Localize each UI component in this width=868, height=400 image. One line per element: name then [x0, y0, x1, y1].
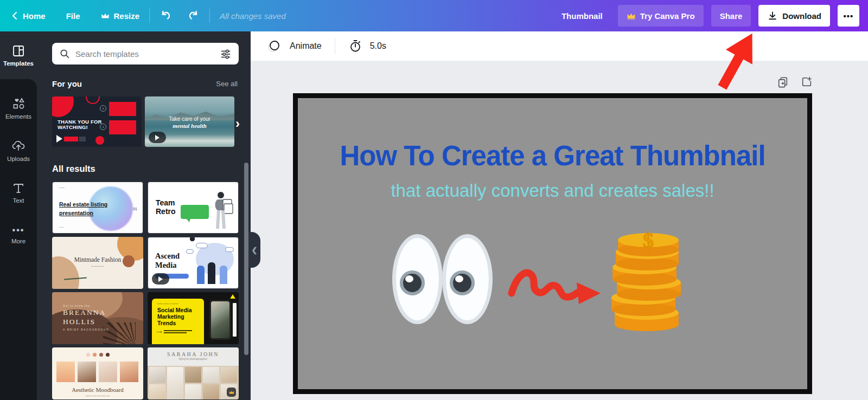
- more-dots-icon: •••: [12, 225, 25, 235]
- person-illustration: [207, 190, 235, 234]
- sidebar-label-elements: Elements: [5, 113, 31, 120]
- sidebar-item-more[interactable]: ••• More: [0, 214, 37, 256]
- panel-scrollbar[interactable]: [244, 163, 248, 355]
- panel-collapse-tab[interactable]: ❮: [248, 232, 260, 268]
- for-you-title: For you: [52, 79, 82, 88]
- decor-dot: [95, 136, 104, 145]
- speech-bubble: [181, 205, 209, 219]
- topbar-divider: [149, 9, 150, 23]
- search-input[interactable]: [75, 49, 214, 59]
- redo-button[interactable]: [187, 9, 200, 22]
- template-thumb-thank-you[interactable]: › › THANK YOU FOR WATCHING!: [52, 96, 142, 147]
- header-band: SARAHA JOHN lifestyle photographer: [148, 347, 239, 366]
- animate-icon: [267, 39, 282, 53]
- sidebar-item-elements[interactable]: Elements: [0, 87, 37, 129]
- template-title: Social Media Marketing Trends: [157, 307, 192, 326]
- search-icon: [59, 48, 70, 59]
- document-title[interactable]: Thumbnail: [561, 11, 603, 21]
- template-thumb-mintmade[interactable]: Mintmade Fashion ▪▪▪ ▪▪▪▪ ▪▪▪ ▪▪▪▪: [52, 237, 143, 289]
- template-subtitle: A BRIEF BACKGROUND: [63, 328, 109, 331]
- template-thumb-mental-health[interactable]: Take care of your mental health: [145, 96, 234, 147]
- design-subtitle-text[interactable]: that actually converts and creates sales…: [298, 180, 807, 201]
- page-number: 01: [133, 207, 137, 211]
- file-menu[interactable]: File: [66, 11, 80, 21]
- photo-strip: [56, 362, 139, 382]
- template-thumb-moodboard[interactable]: Aesthetic Moodboard ▪▪▪▪▪▪ ▪▪ ▪▪▪▪ ▪▪▪▪ …: [52, 347, 143, 399]
- download-icon: [767, 10, 778, 21]
- logo-triangle: [230, 294, 235, 299]
- see-all-link[interactable]: See all: [216, 80, 238, 88]
- palm-leaf-graphic: [103, 322, 136, 344]
- home-button[interactable]: Home: [11, 11, 46, 21]
- undo-button[interactable]: [159, 9, 173, 22]
- page-actions: [777, 76, 813, 88]
- chevron-left-icon: [11, 11, 18, 20]
- template-thumb-saraha-john[interactable]: SARAHA JOHN lifestyle photographer: [148, 347, 239, 399]
- filter-icon[interactable]: [220, 48, 232, 60]
- crown-gold-icon: [627, 12, 636, 20]
- template-title-line2: mental health: [145, 122, 234, 129]
- for-you-header: For you See all: [52, 79, 238, 88]
- template-subtitle: lifestyle photographer: [148, 357, 239, 360]
- search-box[interactable]: [52, 43, 239, 64]
- duration-badge: [64, 137, 78, 141]
- template-thumb-real-estate[interactable]: ▪▪▪▪▪▪▪ Real estate listing presentation…: [52, 182, 143, 234]
- palette-dots: [52, 353, 143, 357]
- animate-button[interactable]: Animate: [290, 41, 322, 51]
- template-kicker: Get to know the: [63, 304, 90, 307]
- template-kicker: ▪▪▪▪▪▪ ▪▪▪▪▪▪ ▪▪ ▪▪▪▪▪▪▪: [157, 303, 178, 305]
- save-status: All changes saved: [220, 11, 286, 21]
- play-button: [149, 132, 166, 143]
- duration-button[interactable]: 5.0s: [370, 41, 386, 51]
- template-thumb-social-media[interactable]: ▪▪▪▪▪▪ ▪▪▪▪▪▪ ▪▪ ▪▪▪▪▪▪▪ Social Media Ma…: [148, 292, 239, 344]
- topbar-divider: [209, 9, 210, 23]
- add-page-icon[interactable]: [801, 76, 813, 88]
- template-subtitle: ▪▪▪▪▪▪ ▪▪ ▪▪▪▪ ▪▪▪▪ ▪▪▪▪▪▪▪ ▪▪▪▪: [52, 395, 143, 397]
- template-thumb-team-retro[interactable]: Team Retro: [148, 182, 239, 234]
- pro-crown-badge: [227, 388, 236, 397]
- all-results-header: All results: [52, 164, 238, 174]
- toolbar-divider: [335, 38, 335, 54]
- squiggle-arrow-graphic[interactable]: [507, 259, 604, 308]
- arrow-glyph: ⟶: [156, 330, 162, 334]
- template-title: Team Retro: [156, 198, 176, 216]
- sidebar-label-templates: Templates: [3, 60, 34, 67]
- uploads-icon: [11, 139, 25, 153]
- redo-icon: [187, 9, 200, 22]
- sidebar-item-uploads[interactable]: Uploads: [0, 129, 37, 171]
- download-button[interactable]: Download: [758, 5, 830, 27]
- resize-label: Resize: [114, 11, 140, 21]
- template-thumb-ascend-media[interactable]: Ascend Media: [148, 237, 239, 289]
- carousel-next-chevron[interactable]: ›: [235, 116, 240, 131]
- share-label: Share: [720, 11, 743, 21]
- design-page[interactable]: How To Create a Great Thumbnail that act…: [293, 93, 812, 394]
- sidebar-item-text[interactable]: Text: [0, 171, 37, 214]
- template-thumb-breanna[interactable]: Get to know the BREANNA HOLLIS A BRIEF B…: [52, 292, 143, 344]
- template-title: Aesthetic Moodboard: [52, 386, 143, 393]
- file-label: File: [66, 11, 80, 21]
- home-label: Home: [23, 11, 46, 21]
- eyes-emoji-right[interactable]: [442, 234, 493, 324]
- template-title: THANK YOU FOR WATCHING!: [58, 119, 102, 131]
- coin-stack-graphic[interactable]: $: [610, 230, 686, 332]
- decor-circle: [52, 96, 74, 117]
- sidebar-item-templates[interactable]: Templates: [0, 31, 37, 79]
- template-title: Real estate listing presentation: [59, 201, 113, 218]
- try-canva-pro-button[interactable]: Try Canva Pro: [618, 5, 704, 27]
- resize-button[interactable]: Resize: [101, 11, 140, 21]
- side-strip: [233, 303, 237, 337]
- more-options-button[interactable]: •••: [838, 5, 859, 27]
- elements-icon: [11, 96, 25, 111]
- micro-text: ▪▪▪▪▪▪▪: [59, 186, 65, 189]
- decor-ring: [86, 96, 100, 104]
- context-toolbar: Animate 5.0s: [251, 31, 868, 61]
- try-pro-label: Try Canva Pro: [640, 11, 695, 21]
- people-illustration: [188, 242, 235, 286]
- eyes-emoji-left[interactable]: [392, 234, 443, 324]
- canvas-area: How To Create a Great Thumbnail that act…: [251, 61, 868, 400]
- share-button[interactable]: Share: [711, 5, 751, 27]
- sidebar-label-text: Text: [12, 197, 24, 204]
- design-title-text[interactable]: How To Create a Great Thumbnail: [298, 140, 807, 172]
- undo-icon: [159, 9, 173, 22]
- duplicate-page-icon[interactable]: [777, 76, 789, 88]
